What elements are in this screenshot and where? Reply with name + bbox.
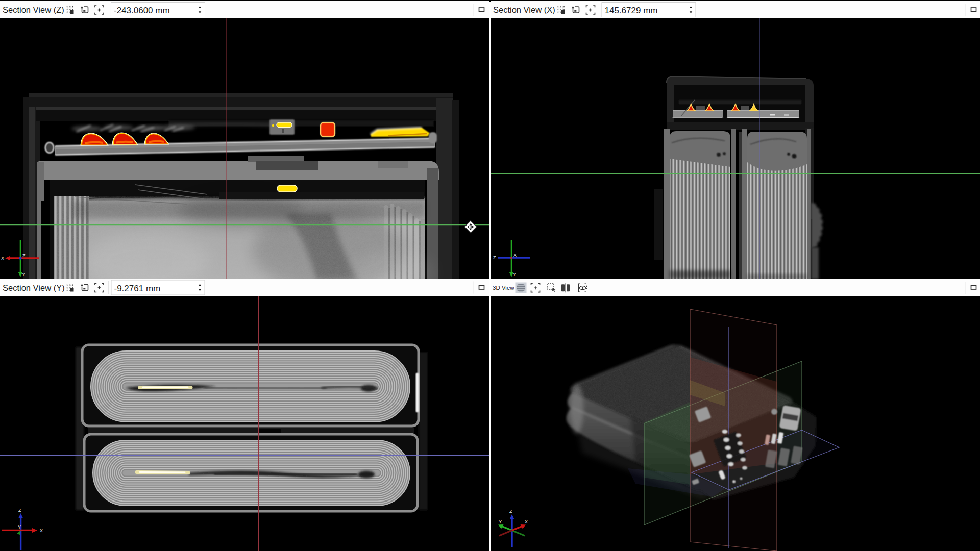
svg-text:Z: Z — [18, 508, 21, 513]
svg-text:X: X — [513, 253, 517, 258]
svg-text:Z: Z — [493, 255, 496, 260]
svg-text:Y: Y — [513, 272, 516, 277]
svg-text:Y: Y — [22, 272, 25, 277]
svg-text:Z: Z — [509, 509, 512, 514]
svg-text:-9.2761 mm: -9.2761 mm — [114, 284, 161, 293]
svg-text:-243.0600 mm: -243.0600 mm — [114, 6, 170, 15]
svg-text:X: X — [525, 519, 528, 524]
svg-text:145.6729 mm: 145.6729 mm — [605, 6, 658, 15]
svg-text:Y: Y — [499, 519, 502, 524]
svg-text:X: X — [40, 528, 43, 533]
svg-text:Z: Z — [22, 253, 26, 258]
svg-text:Y: Y — [18, 524, 21, 530]
svg-text:X: X — [1, 256, 4, 261]
